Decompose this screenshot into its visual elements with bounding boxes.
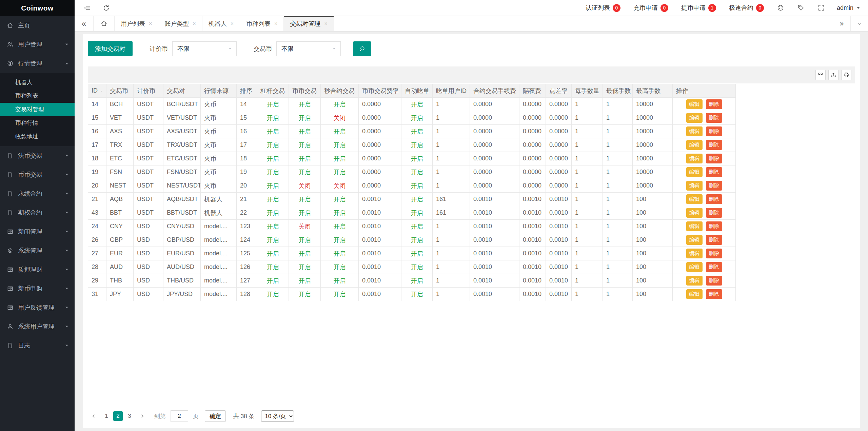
- goto-confirm-button[interactable]: 确定: [205, 410, 226, 422]
- close-icon[interactable]: ×: [149, 21, 152, 27]
- sidebar-item-home[interactable]: 主页: [0, 16, 75, 35]
- close-icon[interactable]: ×: [324, 21, 327, 27]
- sidebar-subitem-coin-market[interactable]: 币种行情: [0, 116, 75, 130]
- edit-button[interactable]: 编辑: [686, 126, 703, 136]
- sidebar-item-system-management[interactable]: 系统管理: [0, 241, 75, 260]
- topnav-deposit-requests[interactable]: 充币申请0: [627, 4, 675, 12]
- table-cell: 1: [433, 152, 470, 165]
- table-cell: 0.0010: [470, 274, 519, 288]
- page-size-select[interactable]: 10 条/页: [261, 410, 294, 422]
- page-number-1[interactable]: 1: [102, 411, 111, 421]
- sidebar-subitem-trading-pair-management[interactable]: 交易对管理: [0, 103, 75, 116]
- next-page-icon[interactable]: [137, 411, 147, 421]
- page-number-3[interactable]: 3: [125, 411, 134, 421]
- tabs-scroll-left-icon[interactable]: «: [75, 16, 94, 31]
- table-cell: USD: [134, 247, 163, 260]
- close-icon[interactable]: ×: [274, 21, 277, 27]
- sidebar-item-user-feedback-management[interactable]: 用户反馈管理: [0, 298, 75, 317]
- edit-button[interactable]: 编辑: [686, 181, 703, 191]
- tab-robots[interactable]: 机器人×: [202, 16, 240, 31]
- topnav-withdraw-requests[interactable]: 提币申请1: [675, 4, 723, 12]
- delete-button[interactable]: 删除: [706, 249, 722, 258]
- close-icon[interactable]: ×: [231, 21, 234, 27]
- collapse-sidebar-icon[interactable]: [83, 4, 91, 12]
- edit-button[interactable]: 编辑: [686, 221, 703, 231]
- delete-button[interactable]: 删除: [706, 181, 722, 191]
- delete-button[interactable]: 删除: [706, 235, 722, 245]
- sidebar-item-new-coin-subscription[interactable]: 新币申购: [0, 279, 75, 298]
- delete-button[interactable]: 删除: [706, 113, 722, 123]
- page-number-2[interactable]: 2: [113, 411, 123, 421]
- table-row: 17TRXUSDTTRX/USDT火币17开启开启开启0.0000开启10.00…: [88, 138, 736, 152]
- tab-user-list[interactable]: 用户列表×: [115, 16, 158, 31]
- home-tab-icon[interactable]: [94, 16, 115, 31]
- edit-button[interactable]: 编辑: [686, 113, 703, 123]
- edit-button[interactable]: 编辑: [686, 167, 703, 177]
- tab-trading-pair-management[interactable]: 交易对管理×: [284, 16, 334, 31]
- edit-button[interactable]: 编辑: [686, 208, 703, 218]
- delete-button[interactable]: 删除: [706, 140, 722, 150]
- sidebar-item-options-contract[interactable]: 期权合约: [0, 203, 75, 222]
- topnav-fast-contract[interactable]: 极速合约0: [723, 4, 770, 12]
- sidebar-item-system-user-management[interactable]: 系统用户管理: [0, 317, 75, 336]
- sidebar-item-user-management[interactable]: 用户管理: [0, 35, 75, 54]
- edit-button[interactable]: 编辑: [686, 194, 703, 204]
- table-cell: 0.0000: [519, 179, 546, 193]
- delete-button[interactable]: 删除: [706, 154, 722, 163]
- sidebar-item-fiat-trade[interactable]: 法币交易: [0, 146, 75, 165]
- edit-button[interactable]: 编辑: [686, 140, 703, 150]
- delete-button[interactable]: 删除: [706, 208, 722, 218]
- sidebar-item-staking-finance[interactable]: 质押理财: [0, 260, 75, 279]
- table-cell: AUD/USD: [163, 260, 201, 274]
- topnav-auth-list[interactable]: 认证列表0: [579, 4, 627, 12]
- sidebar-item-coin-trade[interactable]: 币币交易: [0, 165, 75, 184]
- delete-button[interactable]: 删除: [706, 221, 722, 231]
- edit-button[interactable]: 编辑: [686, 235, 703, 245]
- sidebar-item-logs[interactable]: 日志: [0, 336, 75, 355]
- delete-button[interactable]: 删除: [706, 194, 722, 204]
- tabs-menu-icon[interactable]: [850, 16, 868, 31]
- delete-button[interactable]: 删除: [706, 99, 722, 109]
- sidebar-subitem-robots[interactable]: 机器人: [0, 76, 75, 89]
- sidebar-item-market-management[interactable]: 行情管理: [0, 54, 75, 73]
- edit-button[interactable]: 编辑: [686, 154, 703, 163]
- quote-currency-select[interactable]: 不限: [172, 41, 237, 56]
- edit-button[interactable]: 编辑: [686, 249, 703, 258]
- toggle-status: 开启: [321, 247, 359, 260]
- edit-button[interactable]: 编辑: [686, 262, 703, 272]
- delete-button[interactable]: 删除: [706, 126, 722, 136]
- delete-button[interactable]: 删除: [706, 289, 722, 299]
- refresh-icon[interactable]: [102, 4, 110, 12]
- delete-button[interactable]: 删除: [706, 262, 722, 272]
- sort-icon[interactable]: [100, 88, 103, 93]
- edit-button[interactable]: 编辑: [686, 99, 703, 109]
- sidebar-subitem-payment-address[interactable]: 收款地址: [0, 130, 75, 143]
- delete-button[interactable]: 删除: [706, 167, 722, 177]
- tabs-scroll-right-icon[interactable]: »: [833, 16, 850, 31]
- user-menu[interactable]: admin: [831, 4, 863, 12]
- add-trading-pair-button[interactable]: 添加交易对: [88, 41, 133, 56]
- table-row: 24CNYUSDCNY/USDmodel....123开启关闭开启0.0010开…: [88, 220, 736, 233]
- edit-button[interactable]: 编辑: [686, 276, 703, 286]
- tab-coin-list[interactable]: 币种列表×: [240, 16, 284, 31]
- prev-page-icon[interactable]: [88, 411, 99, 421]
- fullscreen-icon[interactable]: [817, 4, 825, 12]
- edit-button[interactable]: 编辑: [686, 289, 703, 299]
- theme-palette-icon[interactable]: [777, 4, 784, 12]
- table-cell: 1: [572, 220, 603, 233]
- search-button[interactable]: [353, 41, 371, 56]
- table-cell: TRX/USDT: [163, 138, 201, 152]
- goto-page-input[interactable]: [171, 410, 188, 422]
- sidebar-item-perpetual-contract[interactable]: 永续合约: [0, 184, 75, 203]
- columns-filter-icon[interactable]: [815, 70, 826, 80]
- base-currency-select[interactable]: 不限: [276, 41, 341, 56]
- delete-button[interactable]: 删除: [706, 276, 722, 286]
- export-icon[interactable]: [828, 70, 839, 80]
- tag-icon[interactable]: [797, 4, 805, 12]
- close-icon[interactable]: ×: [193, 21, 196, 27]
- print-icon[interactable]: [841, 70, 851, 80]
- tab-account-type[interactable]: 账户类型×: [158, 16, 202, 31]
- sidebar-subitem-coin-list[interactable]: 币种列表: [0, 89, 75, 103]
- doc-icon: [7, 190, 14, 197]
- sidebar-item-news-management[interactable]: 新闻管理: [0, 222, 75, 241]
